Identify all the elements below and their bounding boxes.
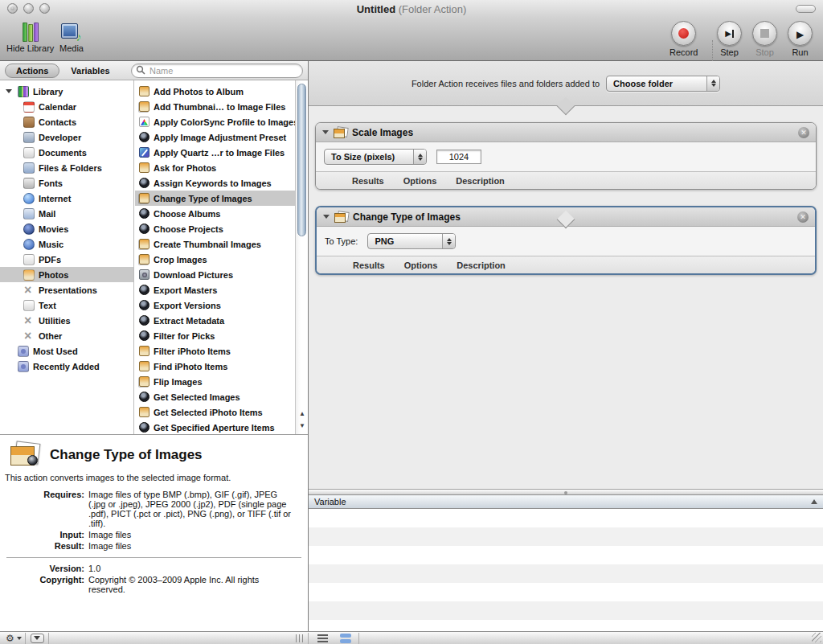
options-button[interactable]: Options	[404, 260, 438, 270]
workflow-view-button[interactable]	[336, 632, 355, 644]
action-block-scale-images[interactable]: Scale Images To Size (pixels) Results Op…	[315, 122, 817, 190]
step-icon	[717, 21, 742, 46]
action-list-item[interactable]: Filter for Picks	[135, 328, 295, 343]
sidebar-item[interactable]: Internet	[0, 191, 133, 206]
collapse-triangle-icon[interactable]	[323, 215, 330, 219]
run-button[interactable]: Run	[788, 21, 813, 57]
sort-ascending-icon[interactable]	[811, 499, 817, 504]
sidebar-item[interactable]: Movies	[0, 221, 133, 236]
title-bar[interactable]: Untitled (Folder Action)	[0, 0, 823, 18]
action-list-item[interactable]: Choose Albums	[135, 206, 295, 221]
category-list: Library Calendar Contacts	[0, 80, 134, 434]
sidebar-item[interactable]: Text	[0, 297, 133, 313]
action-list-item[interactable]: Apply ColorSync Profile to Images	[135, 114, 295, 129]
sidebar-item[interactable]: Presentations	[0, 282, 133, 297]
scroll-up-arrow[interactable]: ▲	[296, 408, 309, 420]
sidebar-item[interactable]: PDFs	[0, 252, 133, 267]
sidebar-item[interactable]: Documents	[0, 145, 133, 160]
action-list-item[interactable]: Get Selected iPhoto Items	[135, 404, 295, 420]
list-view-button[interactable]	[313, 632, 331, 644]
action-icon	[139, 361, 149, 371]
block-title: Change Type of Images	[353, 211, 461, 223]
sidebar-item[interactable]: Other	[0, 328, 133, 343]
action-list-item[interactable]: Get Specified Aperture Items	[135, 420, 295, 434]
tab-actions[interactable]: Actions	[5, 64, 59, 78]
collapse-triangle-icon[interactable]	[322, 130, 329, 134]
action-list-item[interactable]: Ask for Photos	[135, 160, 295, 175]
action-list-scrollbar[interactable]: ▲ ▼	[295, 80, 308, 434]
sidebar-item[interactable]: Most Used	[0, 343, 133, 359]
sidebar-item[interactable]: Utilities	[0, 313, 133, 328]
sidebar-item[interactable]: Calendar	[0, 99, 133, 114]
description-button[interactable]: Description	[457, 260, 506, 270]
sidebar-item[interactable]: Files & Folders	[0, 160, 133, 175]
sidebar-item[interactable]: Photos	[0, 267, 133, 282]
choose-folder-popup[interactable]: Choose folder	[606, 76, 720, 92]
gear-menu-button[interactable]: ⚙	[3, 632, 24, 644]
stop-label: Stop	[755, 47, 774, 57]
action-list-item[interactable]: Apply Quartz …r to Image Files	[135, 145, 295, 160]
results-button[interactable]: Results	[352, 176, 384, 186]
action-list-item[interactable]: Assign Keywords to Images	[135, 175, 295, 191]
record-button[interactable]: Record	[669, 21, 698, 57]
version-value: 1.0	[88, 564, 293, 573]
sidebar-item[interactable]: Fonts	[0, 175, 133, 191]
action-list-item[interactable]: Apply Image Adjustment Preset	[135, 129, 295, 145]
description-button[interactable]: Description	[456, 176, 505, 186]
action-list-item[interactable]: Crop Images	[135, 252, 295, 267]
search-input[interactable]	[131, 64, 303, 78]
workflow-canvas: Scale Images To Size (pixels) Results Op…	[309, 106, 823, 489]
disclosure-triangle-icon[interactable]	[6, 89, 12, 93]
sidebar-item[interactable]: Music	[0, 236, 133, 252]
action-list-item[interactable]: Get Selected Images	[135, 389, 295, 404]
step-button[interactable]: Step	[717, 21, 742, 57]
workflow-pane: Folder Action receives files and folders…	[309, 61, 823, 631]
action-icon	[139, 315, 149, 326]
variable-column-header[interactable]: Variable	[309, 495, 823, 509]
action-list-item[interactable]: Export Masters	[135, 282, 295, 297]
sidebar-item[interactable]: Library	[0, 84, 133, 99]
toolbar-toggle-button[interactable]	[796, 5, 816, 13]
action-list-item[interactable]: Find iPhoto Items	[135, 359, 295, 374]
action-list-item[interactable]: Choose Projects	[135, 221, 295, 236]
sidebar-item[interactable]: Mail	[0, 206, 133, 221]
category-icon	[23, 315, 35, 326]
action-list-item[interactable]: Export Versions	[135, 297, 295, 313]
block-header[interactable]: Scale Images	[316, 123, 816, 142]
image-type-popup[interactable]: PNG	[367, 233, 456, 249]
hide-library-button[interactable]: Hide Library	[6, 21, 54, 53]
variable-list[interactable]	[309, 509, 823, 631]
panel-menu-button[interactable]	[27, 632, 47, 644]
action-list-item[interactable]: Add Thumbnai… to Image Files	[135, 99, 295, 114]
action-list-item[interactable]: Download Pictures	[135, 267, 295, 282]
remove-action-button[interactable]	[797, 211, 809, 223]
action-list-item[interactable]: Change Type of Images	[135, 191, 295, 206]
media-button[interactable]: Media	[59, 21, 84, 53]
variables-splitter[interactable]	[309, 489, 823, 495]
action-list-item[interactable]: Create Thumbnail Images	[135, 236, 295, 252]
action-label: Get Specified Aperture Items	[154, 423, 275, 433]
category-icon	[23, 101, 35, 113]
results-button[interactable]: Results	[353, 260, 385, 270]
size-value-field[interactable]	[436, 150, 481, 164]
sidebar-item[interactable]: Developer	[0, 129, 133, 145]
description-summary: This action converts images to the selec…	[0, 471, 308, 489]
remove-action-button[interactable]	[798, 127, 809, 138]
action-icon	[139, 162, 149, 173]
scale-mode-popup[interactable]: To Size (pixels)	[324, 149, 427, 165]
tab-variables[interactable]: Variables	[71, 66, 109, 76]
pane-resize-handle[interactable]	[293, 632, 305, 644]
action-list-item[interactable]: Add Photos to Album	[135, 84, 295, 99]
scale-mode-value: To Size (pixels)	[331, 152, 395, 162]
window-resize-grip[interactable]	[812, 633, 821, 642]
scroll-down-arrow[interactable]: ▼	[296, 420, 309, 432]
sidebar-item[interactable]: Recently Added	[0, 359, 133, 374]
category-label: Calendar	[39, 102, 76, 112]
action-list-item[interactable]: Extract Metadata	[135, 313, 295, 328]
options-button[interactable]: Options	[403, 176, 437, 186]
scrollbar-thumb[interactable]	[297, 84, 306, 236]
action-icon	[139, 117, 149, 127]
action-list-item[interactable]: Filter iPhoto Items	[135, 343, 295, 359]
sidebar-item[interactable]: Contacts	[0, 114, 133, 129]
action-list-item[interactable]: Flip Images	[135, 374, 295, 389]
